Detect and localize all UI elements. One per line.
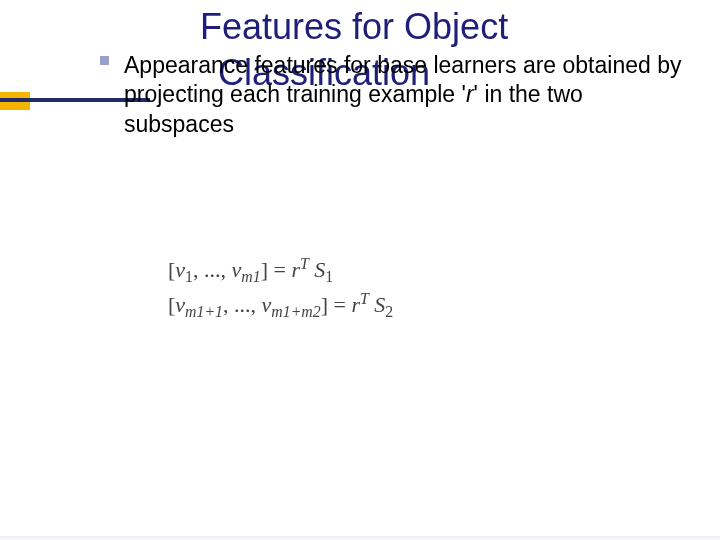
eq-var-r: r [351, 292, 360, 317]
eq-sub-m1pm2: m1+m2 [271, 304, 320, 321]
eq-sep: , ..., [193, 257, 232, 282]
eq-var-v: v [175, 292, 185, 317]
eq-sub-S2: 2 [385, 304, 393, 321]
eq-var-v: v [175, 257, 185, 282]
eq-bracket-close: ] [321, 292, 328, 317]
eq-var-S: S [374, 292, 385, 317]
body-text-pre: Appearance features for base learners ar… [124, 52, 681, 107]
eq-var-v: v [232, 257, 242, 282]
body-text-var: r [466, 81, 474, 107]
eq-bracket-close: ] [261, 257, 268, 282]
slide-title-line1: Features for Object [200, 6, 508, 48]
eq-sub-1: 1 [185, 268, 193, 285]
eq-equals: = [268, 257, 291, 282]
body-text: Appearance features for base learners ar… [124, 51, 684, 139]
eq-sep: , ..., [223, 292, 262, 317]
eq-var-S: S [314, 257, 325, 282]
eq-var-r: r [291, 257, 300, 282]
eq-sup-T: T [360, 290, 369, 307]
equation-1: [v1, ..., vm1] = rT S1 [168, 252, 393, 287]
eq-sub-m1: m1 [241, 268, 260, 285]
equation-2: [vm1+1, ..., vm1+m2] = rT S2 [168, 287, 393, 322]
eq-sub-S1: 1 [325, 268, 333, 285]
eq-var-v: v [262, 292, 272, 317]
eq-sub-m1p1: m1+1 [185, 304, 223, 321]
bottom-bar [0, 536, 720, 540]
eq-equals: = [328, 292, 351, 317]
bullet-square-icon [100, 56, 109, 65]
equation-block: [v1, ..., vm1] = rT S1 [vm1+1, ..., vm1+… [168, 252, 393, 322]
eq-sup-T: T [300, 255, 309, 272]
